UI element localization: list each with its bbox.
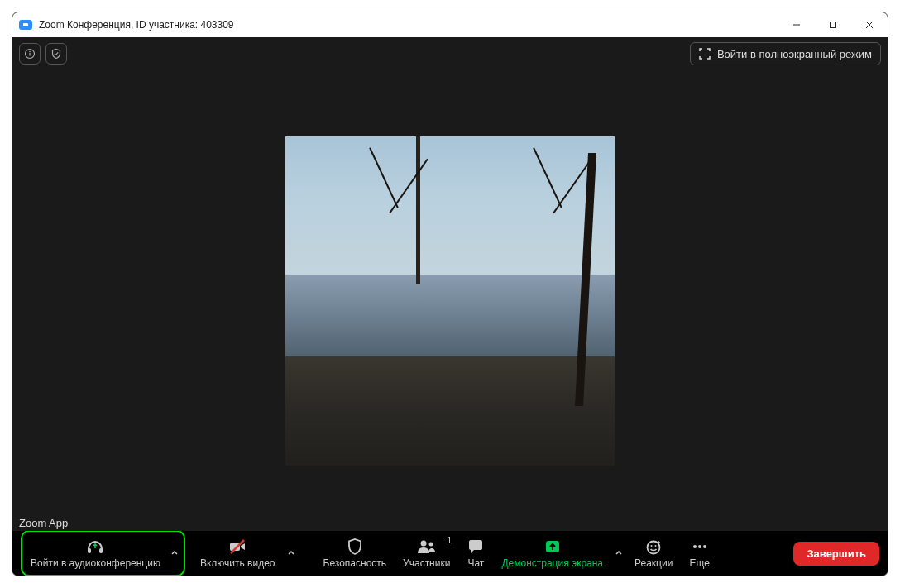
chat-button[interactable]: Чат <box>458 533 493 573</box>
audio-options-caret[interactable] <box>167 533 182 573</box>
start-video-button[interactable]: Включить видео <box>192 533 284 573</box>
reactions-button[interactable]: Реакции <box>626 533 681 573</box>
svg-rect-1 <box>831 22 836 28</box>
svg-point-5 <box>29 51 31 53</box>
share-icon <box>543 538 562 556</box>
participants-button[interactable]: 1 Участники <box>395 533 458 573</box>
fullscreen-label: Войти в полноэкранный режим <box>717 48 872 60</box>
participant-name-label: Zoom App <box>19 517 68 529</box>
window-title: Zoom Конференция, ID участника: 403309 <box>39 19 234 31</box>
titlebar: Zoom Конференция, ID участника: 403309 <box>12 12 888 37</box>
headphones-icon <box>85 538 105 556</box>
svg-point-15 <box>651 545 653 547</box>
start-video-label: Включить видео <box>200 557 275 569</box>
reactions-icon <box>644 538 663 556</box>
end-button[interactable]: Завершить <box>793 542 879 566</box>
more-button[interactable]: Еще <box>681 533 717 573</box>
share-screen-button[interactable]: Демонстрация экрана <box>493 533 611 573</box>
participants-count: 1 <box>447 535 452 545</box>
join-audio-button[interactable]: Войти в аудиоконференцию <box>24 533 167 573</box>
app-window: Zoom Конференция, ID участника: 403309 В… <box>12 12 888 576</box>
minimize-button[interactable] <box>778 12 815 37</box>
shield-icon[interactable] <box>45 43 67 65</box>
fullscreen-icon <box>699 48 711 60</box>
bottom-toolbar: Войти в аудиоконференцию Включить видео <box>12 531 888 576</box>
more-label: Еще <box>689 557 709 569</box>
svg-point-16 <box>655 545 657 547</box>
zoom-icon <box>19 20 32 30</box>
participants-icon <box>416 538 438 556</box>
svg-point-18 <box>698 545 701 548</box>
security-label: Безопасность <box>323 557 387 569</box>
chat-icon <box>467 538 485 556</box>
join-audio-label: Войти в аудиоконференцию <box>31 557 160 569</box>
reactions-label: Реакции <box>634 557 673 569</box>
close-button[interactable] <box>851 12 888 37</box>
chat-label: Чат <box>467 557 484 569</box>
security-shield-icon <box>346 538 364 556</box>
more-icon <box>691 538 709 556</box>
share-label: Демонстрация экрана <box>501 557 603 569</box>
svg-point-11 <box>420 541 426 547</box>
meeting-content: Zoom App <box>12 70 888 531</box>
info-icon[interactable] <box>19 43 41 65</box>
fullscreen-button[interactable]: Войти в полноэкранный режим <box>690 42 881 65</box>
svg-rect-6 <box>29 53 30 56</box>
security-button[interactable]: Безопасность <box>315 533 395 573</box>
participants-label: Участники <box>403 557 450 569</box>
share-options-caret[interactable] <box>611 533 626 573</box>
join-audio-highlight: Войти в аудиоконференцию <box>21 530 185 576</box>
video-options-caret[interactable] <box>284 533 299 573</box>
maximize-button[interactable] <box>815 12 851 37</box>
svg-point-19 <box>703 545 706 548</box>
svg-point-12 <box>428 543 433 547</box>
svg-point-17 <box>693 545 697 548</box>
video-tile[interactable] <box>285 136 615 466</box>
video-icon <box>227 538 247 556</box>
svg-rect-8 <box>99 548 103 553</box>
svg-rect-7 <box>88 548 91 553</box>
top-overlay: Войти в полноэкранный режим <box>12 37 888 70</box>
